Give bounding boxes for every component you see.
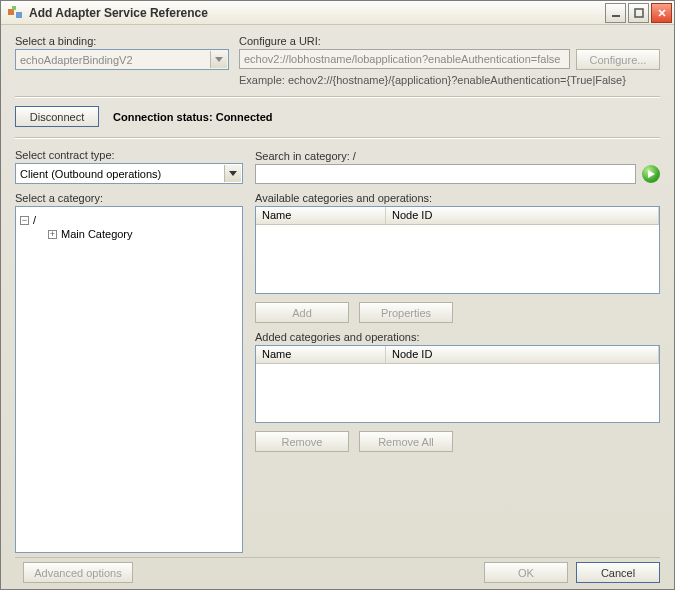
- tree-root-label: /: [33, 214, 36, 226]
- binding-label: Select a binding:: [15, 35, 229, 47]
- added-col-node[interactable]: Node ID: [386, 346, 659, 363]
- added-col-name[interactable]: Name: [256, 346, 386, 363]
- tree-root[interactable]: − /: [20, 213, 238, 227]
- available-label: Available categories and operations:: [255, 192, 660, 204]
- svg-rect-1: [16, 12, 22, 18]
- available-list[interactable]: Name Node ID: [255, 206, 660, 294]
- advanced-options-button[interactable]: Advanced options: [23, 562, 133, 583]
- panels: Select a category: − / + Main Category A…: [15, 192, 660, 553]
- chevron-down-icon: [210, 51, 227, 68]
- svg-marker-9: [648, 170, 655, 178]
- add-button[interactable]: Add: [255, 302, 349, 323]
- separator: [15, 137, 660, 139]
- added-list[interactable]: Name Node ID: [255, 345, 660, 423]
- search-input[interactable]: [255, 164, 636, 184]
- dialog-content: Select a binding: echoAdapterBindingV2 C…: [1, 25, 674, 589]
- svg-marker-7: [215, 57, 223, 62]
- added-header: Name Node ID: [256, 346, 659, 364]
- disconnect-button[interactable]: Disconnect: [15, 106, 99, 127]
- available-col-name[interactable]: Name: [256, 207, 386, 224]
- available-header: Name Node ID: [256, 207, 659, 225]
- contract-search-row: Select contract type: Client (Outbound o…: [15, 149, 660, 184]
- window-controls: [605, 3, 672, 23]
- footer: Advanced options OK Cancel: [15, 557, 660, 583]
- minimize-button[interactable]: [605, 3, 626, 23]
- connection-status-value: Connected: [216, 111, 273, 123]
- added-label: Added categories and operations:: [255, 331, 660, 343]
- contract-select[interactable]: Client (Outbound operations): [15, 163, 243, 184]
- category-label: Select a category:: [15, 192, 243, 204]
- maximize-button[interactable]: [628, 3, 649, 23]
- uri-label: Configure a URI:: [239, 35, 660, 47]
- available-col-node[interactable]: Node ID: [386, 207, 659, 224]
- dialog-window: Add Adapter Service Reference Select a b…: [0, 0, 675, 590]
- connection-status-label: Connection status:: [113, 111, 213, 123]
- binding-uri-row: Select a binding: echoAdapterBindingV2 C…: [15, 35, 660, 86]
- remove-button[interactable]: Remove: [255, 431, 349, 452]
- cancel-button[interactable]: Cancel: [576, 562, 660, 583]
- category-panel: Select a category: − / + Main Category: [15, 192, 243, 553]
- app-icon: [7, 5, 23, 21]
- operations-panel: Available categories and operations: Nam…: [255, 192, 660, 553]
- window-title: Add Adapter Service Reference: [29, 6, 605, 20]
- uri-example: Example: echov2://{hostname}/{applicatio…: [239, 74, 660, 86]
- binding-value: echoAdapterBindingV2: [20, 54, 133, 66]
- contract-value: Client (Outbound operations): [20, 168, 161, 180]
- expand-icon[interactable]: +: [48, 230, 57, 239]
- available-body: [256, 225, 659, 293]
- titlebar: Add Adapter Service Reference: [1, 1, 674, 25]
- configure-button[interactable]: Configure...: [576, 49, 660, 70]
- connection-status: Connection status: Connected: [113, 111, 273, 123]
- added-body: [256, 364, 659, 422]
- category-tree[interactable]: − / + Main Category: [15, 206, 243, 553]
- close-button[interactable]: [651, 3, 672, 23]
- svg-marker-8: [229, 171, 237, 176]
- svg-rect-4: [635, 9, 643, 17]
- properties-button[interactable]: Properties: [359, 302, 453, 323]
- search-label: Search in category: /: [255, 150, 660, 162]
- separator: [15, 96, 660, 98]
- collapse-icon[interactable]: −: [20, 216, 29, 225]
- contract-label: Select contract type:: [15, 149, 243, 161]
- tree-child[interactable]: + Main Category: [48, 227, 238, 241]
- ok-button[interactable]: OK: [484, 562, 568, 583]
- svg-rect-2: [12, 6, 16, 10]
- uri-input[interactable]: [239, 49, 570, 69]
- connection-row: Disconnect Connection status: Connected: [15, 106, 660, 127]
- go-icon[interactable]: [642, 165, 660, 183]
- removeall-button[interactable]: Remove All: [359, 431, 453, 452]
- chevron-down-icon: [224, 165, 241, 182]
- binding-select[interactable]: echoAdapterBindingV2: [15, 49, 229, 70]
- tree-child-label: Main Category: [61, 228, 133, 240]
- svg-rect-3: [612, 15, 620, 17]
